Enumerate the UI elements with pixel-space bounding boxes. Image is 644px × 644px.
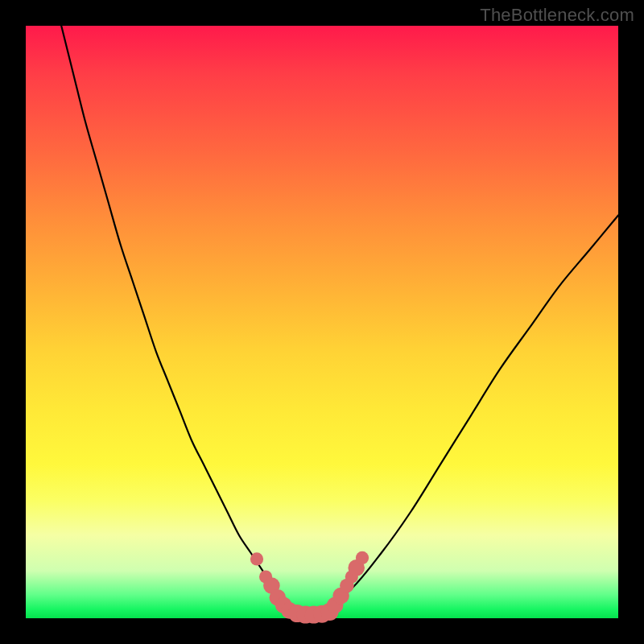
- curve-svg: [26, 26, 618, 618]
- plot-area: [26, 26, 618, 618]
- watermark-text: TheBottleneck.com: [480, 5, 634, 26]
- bottleneck-curve: [61, 26, 618, 613]
- curve-marker: [356, 551, 369, 564]
- chart-frame: TheBottleneck.com: [0, 0, 644, 644]
- curve-marker: [250, 552, 263, 565]
- curve-markers: [250, 551, 369, 624]
